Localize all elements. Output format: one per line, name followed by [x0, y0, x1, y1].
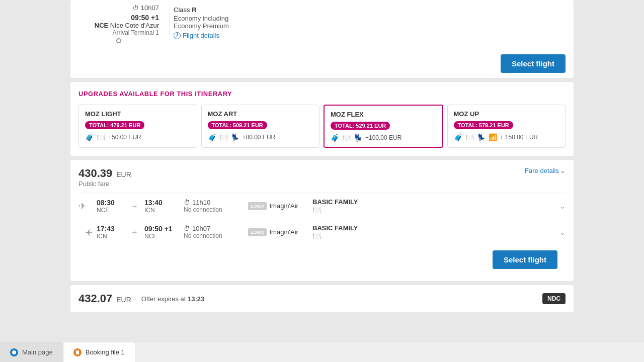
- clock-icon-2: ⏱: [184, 225, 190, 232]
- clock-icon: ⏱: [133, 5, 139, 12]
- seat-icon: 💺: [231, 133, 239, 141]
- seg-airline-1: LOGO Imagin'Air: [248, 202, 308, 210]
- upgrade-extra-moz-art: +80.00 EUR: [243, 134, 276, 141]
- meal-icon-3: 🍽️: [342, 134, 351, 142]
- upgrade-icons-moz-up: 🧳 🍽️ 💺 📶 + 150.00 EUR: [454, 133, 559, 141]
- upgrade-card-moz-flex[interactable]: MOZ FLEX TOTAL: 529.21 EUR 🧳 🍽️ 💺 +100.0…: [324, 105, 443, 148]
- upgrade-icons-moz-flex: 🧳 🍽️ 💺 +100.00 EUR: [331, 134, 436, 142]
- meal-icon-2: 🍽️: [219, 133, 228, 141]
- wifi-icon: 📶: [489, 133, 497, 141]
- fare-name-1: BASIC FAMILY: [312, 198, 358, 206]
- meal-fare-icon-2: 🍽️: [312, 232, 358, 240]
- airport-code: NCE: [95, 22, 108, 29]
- tab-booking-file[interactable]: Booking file 1: [63, 342, 135, 362]
- fare-currency: EUR: [116, 170, 131, 178]
- upgrade-total-moz-up: TOTAL: 579.21 EUR: [454, 121, 513, 129]
- tab-main-page[interactable]: Main page: [0, 342, 63, 362]
- class-column: Class R Economy including Economy Premiu…: [169, 4, 566, 41]
- seg-fare-2: BASIC FAMILY 🍽️ ⌄: [312, 224, 566, 240]
- seg-duration-2: ⏱ 10h07: [184, 225, 244, 232]
- luggage-icon: 🧳: [85, 133, 94, 141]
- depart-icon-1: ✈: [78, 201, 93, 212]
- flight-segments: ✈ 08:30 NCE → 13:40 ICN ⏱ 11h10 No conne…: [78, 193, 566, 245]
- seg-depart-time-1: 08:30: [97, 199, 124, 207]
- seg-arrive-airport-1: ICN: [144, 207, 180, 214]
- svg-point-0: [12, 350, 16, 354]
- booking-file-label: Booking file 1: [86, 348, 125, 356]
- seg-duration-col-2: ⏱ 10h07 No connection: [184, 225, 244, 239]
- select-flight-row-middle: Select flight: [78, 245, 566, 274]
- meal-fare-icon-1: 🍽️: [312, 206, 358, 214]
- select-flight-row-top: Select flight: [70, 49, 574, 78]
- luggage-icon-2: 🧳: [208, 133, 216, 141]
- upgrade-name-moz-art: MOZ ART: [208, 110, 313, 118]
- offer-time: 13:23: [188, 295, 204, 303]
- select-flight-button-top[interactable]: Select flight: [501, 54, 566, 73]
- seg-depart-time-2: 17:43: [97, 225, 124, 233]
- top-duration: 10h07: [141, 4, 159, 12]
- bottom-fare-currency: EUR: [116, 296, 131, 304]
- upgrade-extra-moz-up: + 150.00 EUR: [500, 134, 538, 141]
- upgrades-section: UPGRADES AVAILABLE FOR THIS ITINERARY MO…: [70, 82, 574, 156]
- segment-row-2: ✈ 17:43 ICN → 09:50 +1 NCE ⏱ 10h07 No co…: [78, 219, 566, 245]
- luggage-icon-4: 🧳: [454, 133, 462, 141]
- seg-duration-1: ⏱ 11h10: [184, 199, 244, 206]
- airline-name-1: Imagin'Air: [270, 202, 298, 210]
- circle-dot: [116, 38, 121, 43]
- main-page-icon: [10, 348, 18, 356]
- arrow-icon-1: →: [130, 202, 138, 211]
- seg-arrive-airport-2: NCE: [144, 233, 180, 240]
- fare-price-block: 430.39 EUR Public fare: [78, 167, 131, 188]
- svg-rect-1: [76, 350, 79, 354]
- meal-icon-4: 🍽️: [465, 133, 474, 141]
- seg-airline-2: LOGO Imagin'Air: [248, 228, 308, 236]
- luggage-icon-3: 🧳: [331, 134, 339, 142]
- fare-info-2: BASIC FAMILY 🍽️: [312, 224, 358, 240]
- upgrade-total-moz-flex: TOTAL: 529.21 EUR: [331, 122, 390, 130]
- flight-details-link[interactable]: i Flight details: [174, 32, 561, 39]
- upgrade-name-moz-up: MOZ UP: [454, 110, 559, 118]
- seat-icon-3: 💺: [477, 133, 486, 141]
- seg-connection-2: No connection: [184, 232, 244, 239]
- seg-arrive-time-1: 13:40: [144, 199, 180, 207]
- economy-including: Economy including: [174, 15, 561, 22]
- upgrade-icons-moz-art: 🧳 🍽️ 💺 +80.00 EUR: [208, 133, 313, 141]
- top-partial-card: ⏱ 10h07 09:50 +1 NCE Nice Cote d'Azur Ar…: [70, 0, 574, 78]
- clock-icon-1: ⏱: [184, 199, 190, 206]
- arrival-time: 09:50 +1: [131, 14, 159, 22]
- seg-connection-1: No connection: [184, 206, 244, 213]
- expand-icon-1[interactable]: ⌄: [559, 202, 566, 210]
- booking-file-icon: [73, 348, 82, 356]
- ndc-badge: NDC: [542, 293, 566, 304]
- bottom-price-block: 432.07 EUR: [78, 292, 131, 305]
- info-icon: i: [174, 32, 181, 39]
- seg-duration-col-1: ⏱ 11h10 No connection: [184, 199, 244, 213]
- select-flight-button-middle[interactable]: Select flight: [493, 250, 557, 269]
- economy-premium: Economy Premium: [174, 22, 561, 30]
- depart-icon-2: ✈: [78, 227, 93, 238]
- upgrade-card-moz-up[interactable]: MOZ UP TOTAL: 579.21 EUR 🧳 🍽️ 💺 📶 + 150.…: [447, 105, 566, 148]
- offer-expires: Offer expires at 13:23: [141, 295, 205, 303]
- seg-arrive-2: 09:50 +1 NCE: [144, 225, 180, 240]
- arrival-airport: NCE Nice Cote d'Azur: [95, 22, 159, 29]
- upgrade-card-moz-art[interactable]: MOZ ART TOTAL: 509.21 EUR 🧳 🍽️ 💺 +80.00 …: [201, 105, 320, 148]
- fare-name-2: BASIC FAMILY: [312, 224, 358, 232]
- flight-times-column: ⏱ 10h07 09:50 +1 NCE Nice Cote d'Azur Ar…: [78, 4, 159, 45]
- upgrades-title: UPGRADES AVAILABLE FOR THIS ITINERARY: [78, 90, 566, 98]
- upgrade-total-moz-light: TOTAL: 479.21 EUR: [85, 121, 144, 129]
- chevron-down-icon: ⌄: [560, 167, 566, 174]
- arrival-terminal: Arrival Terminal 1: [113, 29, 159, 36]
- seg-arrive-time-2: 09:50 +1: [144, 225, 180, 233]
- fare-card-430: 430.39 EUR Public fare Fare details ⌄ ✈ …: [70, 160, 574, 281]
- upgrade-extra-moz-light: +50.00 EUR: [108, 134, 141, 141]
- expand-icon-2[interactable]: ⌄: [559, 228, 566, 236]
- upgrade-name-moz-light: MOZ LIGHT: [85, 110, 191, 118]
- seg-depart-airport-1: NCE: [97, 207, 124, 214]
- bottom-fare-card: 432.07 EUR Offer expires at 13:23 NDC: [70, 285, 574, 312]
- fare-details-link[interactable]: Fare details ⌄: [525, 167, 566, 174]
- seg-depart-2: 17:43 ICN: [97, 225, 124, 240]
- fare-info-1: BASIC FAMILY 🍽️: [312, 198, 358, 214]
- class-label: Class R: [174, 6, 561, 14]
- upgrade-card-moz-light[interactable]: MOZ LIGHT TOTAL: 479.21 EUR 🧳 🍽️ +50.00 …: [78, 105, 197, 148]
- airport-name: Nice Cote d'Azur: [110, 22, 159, 29]
